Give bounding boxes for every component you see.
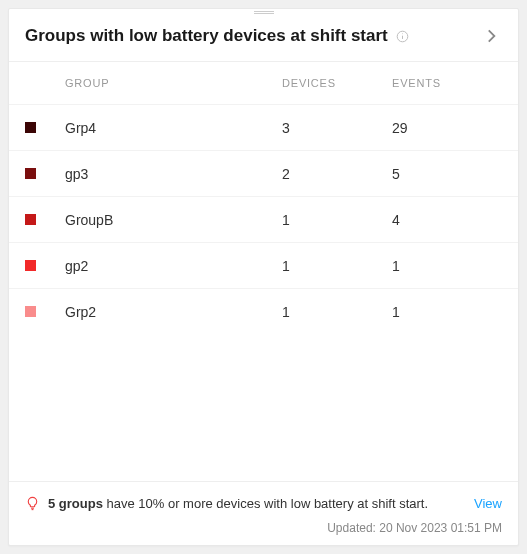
cell-devices: 1 [282, 212, 392, 228]
lightbulb-icon [25, 496, 40, 511]
view-link[interactable]: View [474, 496, 502, 511]
chevron-right-icon[interactable] [480, 25, 502, 47]
cell-group: gp3 [65, 166, 282, 182]
summary-text: 5 groups have 10% or more devices with l… [48, 496, 428, 511]
col-devices: DEVICES [282, 77, 392, 89]
card-footer: 5 groups have 10% or more devices with l… [9, 481, 518, 545]
cell-group: Grp4 [65, 120, 282, 136]
cell-devices: 1 [282, 258, 392, 274]
table-row[interactable]: gp325 [9, 150, 518, 196]
color-swatch [25, 306, 36, 317]
color-swatch [25, 122, 36, 133]
color-swatch [25, 168, 36, 179]
cell-devices: 2 [282, 166, 392, 182]
cell-group: Grp2 [65, 304, 282, 320]
table-row[interactable]: gp211 [9, 242, 518, 288]
cell-events: 29 [392, 120, 502, 136]
groups-table: GROUP DEVICES EVENTS Grp4329gp325GroupB1… [9, 61, 518, 481]
col-events: EVENTS [392, 77, 502, 89]
updated-timestamp: Updated: 20 Nov 2023 01:51 PM [25, 521, 502, 535]
info-icon[interactable] [396, 30, 409, 43]
table-row[interactable]: GroupB14 [9, 196, 518, 242]
summary-count: 5 groups [48, 496, 103, 511]
cell-group: gp2 [65, 258, 282, 274]
cell-events: 4 [392, 212, 502, 228]
summary-row: 5 groups have 10% or more devices with l… [25, 496, 502, 511]
table-row[interactable]: Grp211 [9, 288, 518, 334]
cell-events: 1 [392, 304, 502, 320]
cell-events: 5 [392, 166, 502, 182]
cell-group: GroupB [65, 212, 282, 228]
svg-point-2 [402, 33, 403, 34]
table-row[interactable]: Grp4329 [9, 104, 518, 150]
summary-rest: have 10% or more devices with low batter… [103, 496, 428, 511]
col-group: GROUP [65, 77, 282, 89]
table-header: GROUP DEVICES EVENTS [9, 62, 518, 104]
color-swatch [25, 260, 36, 271]
color-swatch [25, 214, 36, 225]
cell-devices: 1 [282, 304, 392, 320]
cell-events: 1 [392, 258, 502, 274]
cell-devices: 3 [282, 120, 392, 136]
card-title: Groups with low battery devices at shift… [25, 26, 388, 46]
low-battery-groups-card: Groups with low battery devices at shift… [8, 8, 519, 546]
card-header: Groups with low battery devices at shift… [9, 15, 518, 61]
